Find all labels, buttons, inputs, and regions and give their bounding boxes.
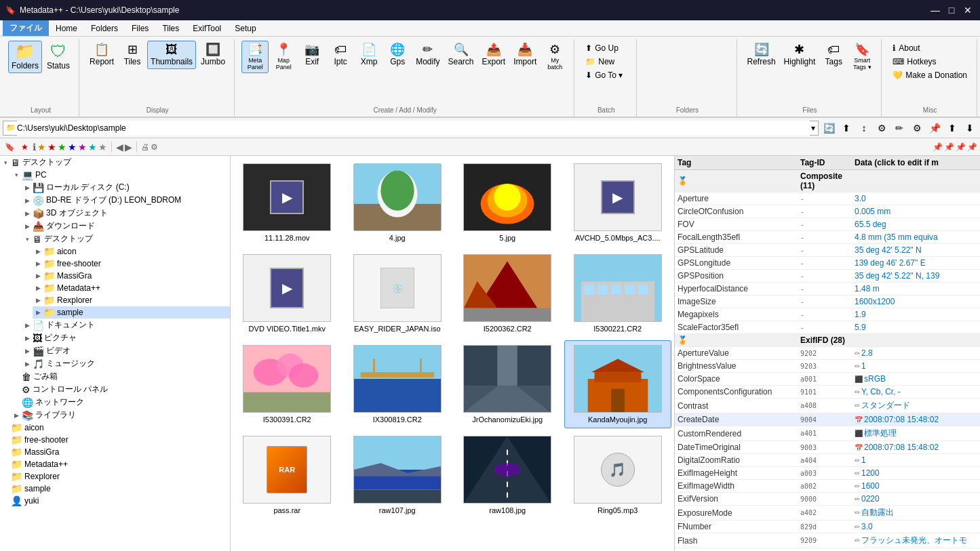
pin-red-2[interactable]: 📌 — [967, 142, 977, 152]
addr-filter-btn[interactable]: ⚙ — [909, 121, 924, 136]
file-item-mp3[interactable]: 🎵 Ring05.mp3 — [564, 431, 672, 519]
bookmark-star-2[interactable]: ★ — [47, 142, 56, 152]
tree-expand-freeshooter-root[interactable] — [0, 434, 11, 445]
tree-expand-desktop-pc[interactable]: ▾ — [22, 234, 33, 245]
tree-item-metadatapp[interactable]: ▶ 📁 Metadata++ — [33, 282, 230, 294]
tree-item-aicon[interactable]: ▶ 📁 aicon — [33, 245, 230, 258]
tree-item-massigra[interactable]: ▶ 📁 MassiGra — [33, 270, 230, 282]
address-input[interactable] — [17, 121, 810, 136]
ribbon-btn-report[interactable]: 📋 Report — [86, 41, 117, 69]
ribbon-btn-modify[interactable]: ✏ Modify — [412, 41, 443, 69]
ribbon-btn-highlight[interactable]: ✱ Highlight — [781, 41, 819, 69]
file-item-cr2-1[interactable]: I5200362.CR2 — [454, 249, 562, 338]
tree-expand-metadatapp[interactable]: ▶ — [33, 283, 43, 293]
tree-item-desktop-root[interactable]: ▾ 🖥 デスクトップ — [0, 156, 230, 169]
tree-item-pictures[interactable]: ▶ 🖼 ピクチャ — [22, 331, 230, 344]
file-item-avchd[interactable]: ▶ AVCHD_5.0Mbps_AC3.... — [564, 159, 672, 247]
ribbon-btn-tiles[interactable]: ⊞ Tiles — [119, 41, 146, 69]
meta-row-createdate[interactable]: CreateDate 9004 📅 2008:07:08 15:48:02 — [675, 413, 980, 426]
bookmark-btn-2[interactable]: ★ — [18, 140, 31, 154]
meta-row-hyperfocal[interactable]: HyperfocalDistance - 1.48 m — [675, 283, 980, 295]
tree-item-rexplorer[interactable]: ▶ 📁 Rexplorer — [33, 294, 230, 306]
ribbon-btn-metapanel[interactable]: 📑 MetaPanel — [241, 41, 269, 73]
meta-row-brightnessval[interactable]: BrightnessValue 9203 ✏ 1 — [675, 360, 980, 373]
meta-row-gpspos[interactable]: GPSPosition - 35 deg 42' 5.22" N, 139 — [675, 270, 980, 283]
menu-setup[interactable]: Setup — [228, 20, 262, 36]
bookmark-btn-1[interactable]: 🔖 — [3, 140, 16, 154]
tree-expand-video[interactable]: ▶ — [22, 346, 33, 356]
tree-item-disk-c[interactable]: ▶ 💾 ローカル ディスク (C:) — [22, 181, 230, 194]
val-digitalzoom[interactable]: 1 — [861, 455, 866, 465]
file-item-rar[interactable]: RAR pass.rar — [233, 431, 341, 519]
tree-expand-freeshooter[interactable]: ▶ — [33, 258, 43, 269]
val-contrast[interactable]: スタンダード — [861, 400, 910, 411]
tree-expand-disk-d[interactable]: ▶ — [22, 195, 33, 206]
menu-tiles[interactable]: Tiles — [155, 20, 186, 36]
val-fnumber[interactable]: 3.0 — [861, 522, 873, 531]
tree-expand-pictures[interactable]: ▶ — [22, 333, 33, 344]
ribbon-btn-smarttags[interactable]: 🔖 SmartTags ▾ — [848, 41, 876, 73]
bookmark-star-3[interactable]: ★ — [58, 142, 66, 152]
meta-row-imagesize[interactable]: ImageSize - 1600x1200 — [675, 295, 980, 308]
meta-group-exififd[interactable]: 🏅 ExifIFD (28) — [675, 334, 980, 347]
tree-expand-network[interactable] — [11, 397, 22, 408]
ribbon-btn-mappanel[interactable]: 📍 MapPanel — [270, 41, 297, 73]
tree-expand-3d[interactable]: ▶ — [22, 208, 33, 219]
file-item-dvd[interactable]: ▶ DVD VIDEO.Title1.mkv — [233, 249, 341, 338]
ribbon-btn-mybatch[interactable]: ⚙ Mybatch — [541, 41, 568, 73]
addr-edit-btn[interactable]: ✏ — [892, 121, 907, 136]
tree-item-massigra-root[interactable]: 📁 MassiGra — [0, 446, 230, 458]
tree-item-video[interactable]: ▶ 🎬 ビデオ — [22, 344, 230, 357]
bookmark-star-1[interactable]: ★ — [37, 142, 46, 152]
nav-back-btn[interactable]: ◀ — [116, 142, 123, 152]
addr-sync-btn[interactable]: ↕ — [857, 121, 871, 136]
bookmark-star-5[interactable]: ★ — [78, 142, 87, 152]
val-exposuremode[interactable]: 自動露出 — [861, 507, 894, 518]
val-createdate[interactable]: 2008:07:08 15:48:02 — [864, 415, 939, 424]
ribbon-btn-about[interactable]: ℹ About — [888, 42, 971, 54]
tree-item-3d[interactable]: ▶ 📦 3D オブジェクト — [22, 207, 230, 220]
ribbon-btn-thumbnails[interactable]: 🖼 Thumbnails — [147, 41, 196, 69]
tree-item-freeshooter[interactable]: ▶ 📁 free-shooter — [33, 258, 230, 270]
menu-folders[interactable]: Folders — [84, 20, 125, 36]
meta-row-gpslat[interactable]: GPSLatitude - 35 deg 42' 5.22" N — [675, 244, 980, 257]
tree-item-downloads[interactable]: ▶ 📥 ダウンロード — [22, 220, 230, 232]
ribbon-btn-search[interactable]: 🔍 Search — [444, 41, 477, 69]
file-item-jr[interactable]: JrOchanomizuEki.jpg — [454, 340, 562, 428]
ribbon-btn-status[interactable]: 🛡 Status — [43, 41, 73, 73]
addr-refresh-btn[interactable]: 🔄 — [821, 121, 836, 136]
val-exifversion[interactable]: 0220 — [861, 494, 880, 504]
pin-orange-1[interactable]: 📌 — [933, 142, 943, 152]
meta-row-contrast[interactable]: Contrast a408 ✏ スタンダード — [675, 399, 980, 413]
tree-expand-documents[interactable]: ▶ — [22, 320, 33, 331]
tree-expand-metadatapp-root[interactable] — [0, 459, 11, 470]
meta-row-components[interactable]: ComponentsConfiguration 9101 ✏ Y, Cb, Cr… — [675, 386, 980, 399]
meta-row-exifversion[interactable]: ExifVersion 9000 ✏ 0220 — [675, 493, 980, 506]
meta-row-fnumber[interactable]: FNumber 829d ✏ 3.0 — [675, 521, 980, 533]
ribbon-btn-xmp[interactable]: 📄 Xmp — [355, 41, 383, 69]
ribbon-btn-exif[interactable]: 📷 Exif — [298, 41, 326, 69]
ribbon-btn-folders[interactable]: 📁 Folders — [8, 41, 42, 73]
ribbon-btn-import[interactable]: 📥 Import — [510, 41, 540, 69]
tree-expand-aicon[interactable]: ▶ — [33, 246, 43, 257]
file-item-iso[interactable]: 💿 EASY_RIDER_JAPAN.iso — [344, 249, 452, 338]
val-apertureval[interactable]: 2.8 — [861, 348, 873, 358]
meta-row-colorspace[interactable]: ColorSpace a001 ⬛ sRGB — [675, 373, 980, 386]
meta-row-aperture[interactable]: Aperture - 3.0 — [675, 192, 980, 205]
tree-expand-massigra-root[interactable] — [0, 447, 11, 457]
val-datetimeoriginal[interactable]: 2008:07:08 15:48:02 — [864, 443, 939, 452]
addr-up-btn[interactable]: ⬆ — [839, 121, 854, 136]
tree-expand-controlpanel[interactable] — [11, 384, 22, 395]
tree-item-controlpanel[interactable]: ⚙ コントロール パネル — [11, 383, 230, 396]
tree-item-music[interactable]: ▶ 🎵 ミュージック — [22, 357, 230, 370]
tree-item-pc[interactable]: ▾ 💻 PC — [11, 169, 230, 181]
tree-expand-library[interactable]: ▶ — [11, 410, 22, 421]
tree-expand-disk-c[interactable]: ▶ — [22, 182, 33, 193]
tree-expand-sample-root[interactable] — [0, 483, 11, 494]
addr-pin-btn[interactable]: 📌 — [927, 121, 942, 136]
bookmark-star-6[interactable]: ★ — [88, 142, 97, 152]
addr-upload-btn[interactable]: ⬆ — [945, 121, 960, 136]
addr-config-btn[interactable]: ⚙ — [874, 121, 889, 136]
bookmark-info-icon[interactable]: ℹ — [33, 142, 36, 152]
tree-item-desktop-pc[interactable]: ▾ 🖥 デスクトップ — [22, 232, 230, 245]
